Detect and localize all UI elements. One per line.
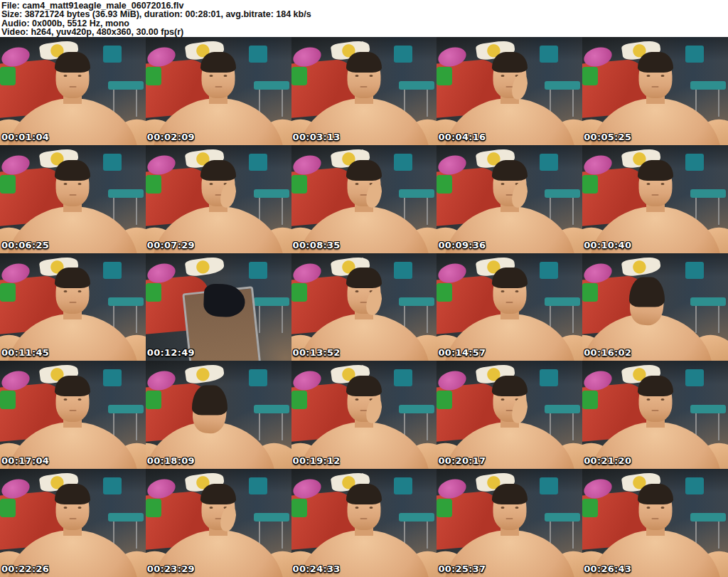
thumbnail-image bbox=[146, 253, 291, 361]
video-thumbnail: 00:07:29 bbox=[146, 145, 291, 253]
person-figure bbox=[0, 361, 146, 469]
thumbnail-image bbox=[437, 145, 582, 253]
video-thumbnail: 00:08:35 bbox=[291, 145, 437, 253]
video-thumbnail: 00:03:13 bbox=[291, 37, 437, 145]
person-figure bbox=[146, 469, 291, 577]
person-figure bbox=[437, 37, 582, 145]
video-thumbnail: 00:01:04 bbox=[0, 37, 146, 145]
timestamp-overlay: 00:09:36 bbox=[438, 240, 486, 250]
video-thumbnail: 00:05:25 bbox=[582, 37, 728, 145]
thumbnail-image bbox=[0, 145, 146, 253]
video-thumbnail: 00:21:20 bbox=[582, 361, 728, 469]
video-thumbnail: 00:13:52 bbox=[291, 253, 437, 361]
video-thumbnail: 00:17:04 bbox=[0, 361, 146, 469]
video-thumbnail: 00:06:25 bbox=[0, 145, 146, 253]
timestamp-overlay: 00:07:29 bbox=[147, 240, 195, 250]
person-figure bbox=[437, 361, 582, 469]
person-figure bbox=[437, 469, 582, 577]
video-thumbnail: 00:16:02 bbox=[582, 253, 728, 361]
hair-shape bbox=[638, 376, 673, 396]
person-figure bbox=[582, 145, 728, 253]
timestamp-overlay: 00:08:35 bbox=[293, 240, 341, 250]
timestamp-overlay: 00:16:02 bbox=[584, 347, 631, 358]
hair-shape bbox=[346, 160, 382, 181]
thumbnail-image bbox=[0, 361, 146, 469]
timestamp-overlay: 00:06:25 bbox=[1, 240, 49, 250]
thumbnail-image bbox=[291, 145, 437, 253]
file-info-header: File: cam4_matt91eagle_male_06072016.flv… bbox=[0, 0, 728, 37]
person-figure bbox=[0, 37, 146, 145]
video-thumbnail: 00:04:16 bbox=[437, 37, 582, 145]
video-thumbnail: 00:22:26 bbox=[0, 469, 146, 577]
person-figure bbox=[582, 469, 728, 577]
timestamp-overlay: 00:20:17 bbox=[438, 455, 486, 466]
white-pillow-shape bbox=[184, 255, 225, 277]
video-thumbnail: 00:12:49 bbox=[146, 253, 291, 361]
hair-shape bbox=[492, 160, 528, 181]
video-thumbnail: 00:14:57 bbox=[437, 253, 582, 361]
hair-shape bbox=[192, 386, 228, 415]
timestamp-overlay: 00:13:52 bbox=[293, 347, 341, 358]
person-figure bbox=[291, 361, 437, 469]
video-thumbnail: 00:18:09 bbox=[146, 361, 291, 469]
video-thumbnail: 00:02:09 bbox=[146, 37, 291, 145]
thumbnail-image bbox=[146, 361, 291, 469]
hair-shape bbox=[638, 484, 673, 504]
thumbnail-image bbox=[437, 37, 582, 145]
file-info-line: Video: h264, yuv420p, 480x360, 30.00 fps… bbox=[1, 28, 728, 36]
thumbnail-image bbox=[582, 37, 728, 145]
hair-shape bbox=[346, 376, 382, 396]
person-figure bbox=[291, 145, 437, 253]
video-thumbnail: 00:26:43 bbox=[582, 469, 728, 577]
thumbnail-image bbox=[582, 361, 728, 469]
timestamp-overlay: 00:03:13 bbox=[293, 132, 341, 142]
timestamp-overlay: 00:05:25 bbox=[584, 132, 631, 142]
thumbnail-image bbox=[437, 361, 582, 469]
thumbnail-image bbox=[582, 145, 728, 253]
timestamp-overlay: 00:26:43 bbox=[584, 563, 631, 574]
hair-shape bbox=[55, 268, 90, 288]
video-thumbnail: 00:25:37 bbox=[437, 469, 582, 577]
person-figure bbox=[0, 469, 146, 577]
hair-shape bbox=[629, 277, 665, 307]
person-figure bbox=[0, 253, 146, 361]
contact-sheet: File: cam4_matt91eagle_male_06072016.flv… bbox=[0, 0, 728, 577]
teal-poster-shape bbox=[249, 262, 267, 279]
hair-shape bbox=[346, 52, 382, 73]
person-figure bbox=[291, 37, 437, 145]
person-figure bbox=[582, 253, 719, 361]
thumbnail-image bbox=[146, 145, 291, 253]
person-figure bbox=[146, 145, 291, 253]
person-figure bbox=[146, 37, 291, 145]
timestamp-overlay: 00:18:09 bbox=[147, 455, 195, 466]
hair-shape bbox=[346, 484, 382, 504]
thumbnail-image bbox=[0, 37, 146, 145]
timestamp-overlay: 00:12:49 bbox=[147, 347, 195, 358]
hair-shape bbox=[346, 268, 382, 288]
thumbnail-image bbox=[146, 37, 291, 145]
hair-shape bbox=[638, 52, 673, 73]
video-thumbnail: 00:19:12 bbox=[291, 361, 437, 469]
hair-shape bbox=[200, 484, 236, 504]
video-thumbnail: 00:24:33 bbox=[291, 469, 437, 577]
person-figure bbox=[291, 253, 437, 361]
hair-shape bbox=[55, 160, 90, 181]
timestamp-overlay: 00:11:45 bbox=[1, 347, 49, 358]
video-thumbnail: 00:10:40 bbox=[582, 145, 728, 253]
timestamp-overlay: 00:23:29 bbox=[147, 563, 195, 574]
thumbnail-image bbox=[0, 253, 146, 361]
hair-shape bbox=[55, 484, 90, 504]
hair-shape bbox=[638, 160, 673, 181]
hair-shape bbox=[492, 376, 528, 396]
person-figure bbox=[146, 361, 283, 469]
timestamp-overlay: 00:22:26 bbox=[1, 563, 49, 574]
video-thumbnail: 00:20:17 bbox=[437, 361, 582, 469]
video-thumbnail: 00:23:29 bbox=[146, 469, 291, 577]
hair-shape bbox=[492, 52, 528, 73]
person-figure bbox=[291, 469, 437, 577]
timestamp-overlay: 00:25:37 bbox=[438, 563, 486, 574]
thumbnail-image bbox=[582, 469, 728, 577]
hair-shape bbox=[492, 484, 528, 504]
timestamp-overlay: 00:14:57 bbox=[438, 347, 486, 358]
timestamp-overlay: 00:04:16 bbox=[438, 132, 486, 142]
